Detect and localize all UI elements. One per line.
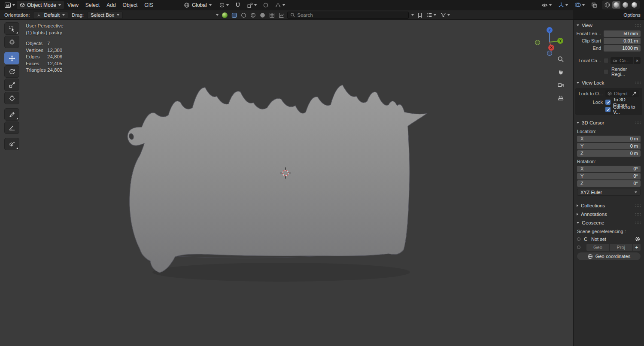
proj-button[interactable]: Proj — [610, 244, 632, 251]
tool-scale[interactable] — [4, 79, 19, 91]
overlay-sphere-a-button[interactable] — [249, 12, 256, 18]
panel-view-lock-header[interactable]: View Lock ∷∷ — [574, 79, 644, 87]
y-axis-ball[interactable]: Y — [557, 38, 563, 44]
geo-coordinates-button[interactable]: Geo-coordinates — [577, 252, 641, 260]
mode-select[interactable]: Object Mode — [17, 1, 64, 9]
xray-toggle[interactable] — [589, 1, 599, 9]
panel-grip-icon[interactable]: ∷∷ — [635, 203, 641, 209]
menu-view[interactable]: View — [64, 0, 82, 10]
tool-measure[interactable] — [4, 121, 19, 134]
shading-wireframe-button[interactable] — [603, 1, 611, 9]
search-box[interactable] — [287, 12, 409, 19]
lock-to-object-field[interactable]: Object — [605, 90, 639, 97]
zoom-button[interactable] — [556, 54, 566, 64]
gear-icon[interactable] — [635, 236, 641, 242]
menu-object[interactable]: Object — [119, 0, 141, 10]
cursor-rotation-z-field[interactable]: Z0° — [577, 180, 641, 187]
material-preview-button[interactable] — [221, 12, 228, 18]
grid-overlay-button[interactable] — [268, 12, 275, 18]
x-axis-ball[interactable]: X — [548, 45, 554, 51]
transform-orientation-select[interactable]: Global — [181, 1, 215, 9]
tool-rotate[interactable] — [4, 65, 19, 78]
graph-overlay-button[interactable] — [278, 12, 285, 18]
panel-geoscene-header[interactable]: Geoscene ∷∷ — [574, 219, 644, 227]
clip-start-field[interactable]: 0.01 m — [604, 38, 641, 44]
panel-grip-icon[interactable]: ∷∷ — [635, 212, 641, 217]
tool-cursor[interactable] — [4, 36, 19, 48]
tool-transform[interactable] — [4, 92, 19, 104]
global-orientation-icon — [184, 2, 190, 8]
panel-3d-cursor-header[interactable]: 3D Cursor ∷∷ — [574, 118, 644, 127]
cursor-3d[interactable] — [279, 167, 292, 179]
local-camera-clear-button[interactable]: × — [634, 57, 641, 64]
menu-select[interactable]: Select — [82, 0, 103, 10]
camera-to-view-checkbox[interactable] — [605, 107, 611, 112]
menu-gis[interactable]: GIS — [141, 0, 157, 10]
shading-material-button[interactable] — [621, 1, 629, 9]
viewport-3d[interactable]: User Perspective (1) lights | pastry Obj… — [0, 20, 573, 346]
check-icon — [606, 108, 610, 112]
bookmark-button[interactable] — [416, 12, 423, 18]
tool-add-primitive[interactable] — [4, 138, 19, 150]
shading-solid-button[interactable] — [612, 1, 620, 9]
pastry-mesh-object[interactable] — [0, 20, 573, 346]
to-3d-cursor-checkbox[interactable] — [605, 100, 611, 105]
eyedropper-icon[interactable] — [632, 91, 637, 96]
filter-select[interactable] — [440, 11, 451, 19]
orientation-select[interactable]: Default — [33, 12, 68, 19]
perspective-toggle-button[interactable] — [556, 93, 566, 103]
view-object-types-dropdown[interactable] — [540, 1, 553, 9]
search-input[interactable] — [297, 12, 406, 18]
tool-move[interactable] — [4, 52, 19, 64]
panel-grip-icon[interactable]: ∷∷ — [635, 23, 641, 28]
cursor-rotation-y-field[interactable]: Y0° — [577, 173, 641, 179]
camera-view-button[interactable] — [556, 80, 566, 90]
panel-view-header[interactable]: View ∷∷ — [574, 21, 644, 30]
chevron-down-icon[interactable] — [216, 14, 219, 16]
subtool-indicator — [16, 32, 18, 33]
pivot-point-select[interactable] — [217, 1, 231, 9]
panel-collections-header[interactable]: Collections ∷∷ — [574, 201, 644, 210]
cursor-location-z-field[interactable]: Z0 m — [577, 150, 641, 157]
panel-grip-icon[interactable]: ∷∷ — [635, 80, 641, 86]
crs-radio[interactable] — [577, 237, 580, 241]
cursor-location-y-field[interactable]: Y0 m — [577, 143, 641, 149]
tool-annotate[interactable] — [4, 108, 19, 121]
clip-end-field[interactable]: 1000 m — [604, 45, 641, 52]
panel-annotations-header[interactable]: Annotations ∷∷ — [574, 210, 644, 219]
snap-toggle[interactable] — [233, 1, 243, 9]
add-crs-button[interactable]: + — [633, 244, 641, 251]
options-button[interactable]: Options — [623, 12, 641, 18]
select-mode-circle-button[interactable] — [240, 12, 247, 18]
menu-add[interactable]: Add — [103, 0, 119, 10]
cursor-location-x-field[interactable]: X0 m — [577, 136, 641, 142]
panel-grip-icon[interactable]: ∷∷ — [635, 220, 641, 226]
projection-radio[interactable] — [577, 246, 580, 249]
local-camera-field[interactable]: Ca... — [611, 57, 633, 64]
pan-button[interactable] — [556, 67, 566, 77]
editor-type-button[interactable] — [3, 1, 17, 9]
display-mode-select[interactable] — [426, 11, 437, 19]
local-camera-checkbox[interactable] — [604, 58, 609, 63]
overlay-sphere-b-button[interactable] — [259, 12, 266, 18]
drag-select[interactable]: Select Box — [87, 12, 123, 19]
shading-rendered-button[interactable] — [630, 1, 638, 9]
select-mode-box-button[interactable] — [231, 12, 237, 18]
geo-button[interactable]: Geo — [586, 244, 609, 251]
z-axis-ball[interactable]: Z — [547, 27, 553, 33]
cursor-rotation-x-field[interactable]: X0° — [577, 166, 641, 172]
panel-grip-icon[interactable]: ∷∷ — [635, 120, 641, 126]
y-axis-negative-ball[interactable] — [535, 40, 540, 45]
show-overlays-dropdown[interactable] — [573, 1, 586, 9]
snap-target-select[interactable] — [245, 1, 258, 9]
proportional-editing-toggle[interactable] — [261, 1, 270, 9]
chevron-down-icon[interactable] — [411, 14, 414, 16]
tool-select-box[interactable] — [4, 22, 19, 35]
render-region-checkbox[interactable] — [604, 69, 609, 74]
show-gizmos-dropdown[interactable] — [556, 1, 570, 9]
focal-length-label: Focal Len... — [574, 31, 601, 36]
z-axis-negative-ball[interactable] — [547, 51, 552, 56]
euler-order-select[interactable]: XYZ Euler — [577, 189, 641, 196]
focal-length-field[interactable]: 50 mm — [604, 30, 641, 37]
proportional-falloff-select[interactable] — [273, 1, 287, 9]
